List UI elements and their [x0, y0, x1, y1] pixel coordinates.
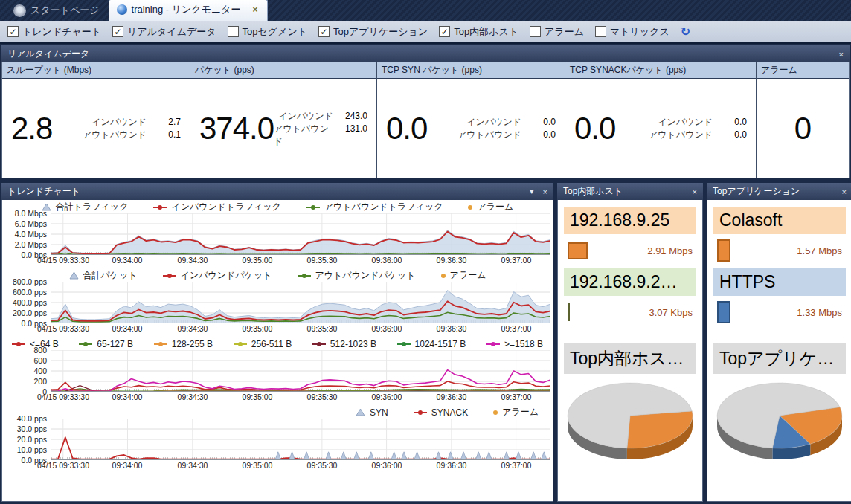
legend-label: 128-255 B — [172, 339, 213, 349]
rt-column-body: 374.0インバウンド243.0アウトバウンド131.0 — [190, 79, 376, 178]
rt-sub-value: 0.1 — [155, 129, 181, 141]
view-toggle-4[interactable]: ✓Top内部ホスト — [439, 25, 518, 39]
view-toggle-label: リアルタイムデータ — [127, 25, 216, 39]
y-axis-tick-label: 400 — [33, 366, 47, 375]
checkbox-icon[interactable]: ✓ — [7, 26, 19, 37]
rt-column-header: パケット (pps) — [190, 62, 376, 79]
legend-item: アラーム — [493, 406, 539, 419]
top-hosts-header: Top内部ホスト × — [557, 183, 703, 200]
view-toggle-6[interactable]: マトリックス — [595, 25, 669, 39]
x-axis-tick-label: 09:36:30 — [437, 324, 467, 333]
refresh-icon[interactable]: ↻ — [681, 25, 690, 39]
x-axis: 04/15 09:33:3009:34:0009:34:3009:35:0009… — [51, 323, 550, 335]
rt-column-0: スループット (Mbps)2.8インバウンド2.7アウトバウンド0.1 — [2, 62, 190, 178]
view-toggle-2[interactable]: Topセグメント — [228, 25, 307, 39]
app-name[interactable]: Colasoft — [713, 207, 846, 234]
host-name[interactable]: 192.168.9.2… — [564, 268, 696, 296]
chart-legend: 合計トラフィックインバウンドトラフィックアウトバウンドトラフィックアラーム — [4, 201, 550, 213]
x-axis-tick-label: 09:36:00 — [372, 461, 402, 470]
legend-label: アラーム — [477, 201, 513, 213]
apps-pie-title: Topアプリケ… — [713, 343, 846, 374]
y-axis-tick-label: 30.0 pps — [17, 424, 47, 433]
x-axis: 04/15 09:33:3009:34:0009:34:3009:35:0009… — [51, 255, 550, 266]
line-marker-icon — [79, 341, 92, 346]
line-marker-icon — [486, 341, 500, 346]
rt-big-value: 0.0 — [386, 111, 427, 146]
packets-plot-area — [51, 282, 550, 323]
host-name[interactable]: 192.168.9.25 — [564, 207, 696, 234]
y-axis-tick-label: 4.0 Mbps — [15, 230, 47, 239]
legend-label: 1024-1517 B — [415, 339, 466, 349]
y-axis: 8.0 Mbps6.0 Mbps4.0 Mbps2.0 Mbps0.0 bps — [4, 213, 51, 255]
triangle-marker-icon — [69, 271, 79, 280]
rt-column-body: 0 — [757, 79, 849, 178]
panel-title: トレンドチャート — [7, 185, 80, 198]
legend-item: 256-511 B — [234, 339, 292, 349]
rt-sub-values: インバウンド2.7アウトバウンド0.1 — [83, 116, 181, 141]
x-axis-tick-label: 09:34:00 — [112, 392, 143, 401]
legend-item: 65-127 B — [79, 339, 133, 349]
legend-item: 合計パケット — [69, 269, 138, 282]
collapse-icon[interactable]: ▾ — [530, 187, 534, 196]
host-color-swatch-icon — [568, 242, 588, 259]
close-icon[interactable]: × — [842, 187, 847, 196]
legend-item: 512-1023 B — [312, 339, 376, 349]
x-axis-tick-label: 09:35:00 — [243, 256, 273, 265]
view-toggle-5[interactable]: アラーム — [530, 25, 584, 39]
app-name[interactable]: HTTPS — [713, 268, 846, 296]
x-axis-tick-label: 09:34:30 — [178, 324, 208, 333]
rt-column-header: スループット (Mbps) — [2, 62, 190, 79]
checkbox-icon[interactable] — [530, 26, 541, 37]
chart-legend: <=64 B65-127 B128-255 B256-511 B512-1023… — [4, 337, 550, 350]
x-axis: 04/15 09:33:3009:34:0009:34:3009:35:0009… — [51, 392, 550, 403]
view-toggle-0[interactable]: ✓トレンドチャート — [7, 25, 101, 39]
rt-sub-label: アウトバウンド — [457, 129, 521, 141]
line-marker-icon — [306, 204, 320, 210]
y-axis-tick-label: 20.0 pps — [17, 435, 47, 444]
checkbox-icon[interactable] — [595, 26, 606, 37]
rt-column-body: 0.0インバウンド0.0アウトバウンド0.0 — [565, 79, 756, 178]
legend-label: インバウンドパケット — [181, 269, 272, 282]
panel-title: Topアプリケーション — [713, 185, 800, 198]
rt-big-value: 2.8 — [11, 111, 52, 146]
checkbox-icon[interactable]: ✓ — [112, 26, 123, 37]
legend-item: インバウンドパケット — [163, 269, 272, 282]
x-axis-tick-label: 04/15 09:33:30 — [37, 392, 89, 401]
y-axis-tick-label: 400.0 pps — [13, 298, 47, 307]
tab-start-page[interactable]: スタートページ — [6, 1, 109, 21]
line-marker-icon — [234, 341, 247, 346]
y-axis-tick-label: 200.0 pps — [13, 308, 47, 317]
chart-legend: 合計パケットインバウンドパケットアウトバウンドパケットアラーム — [4, 269, 550, 282]
y-axis-tick-label: 800.0 pps — [13, 277, 47, 286]
close-icon[interactable]: × — [543, 187, 547, 196]
bottom-row: トレンドチャート ▾ × 合計トラフィックインバウンドトラフィックアウトバウンド… — [1, 183, 850, 502]
legend-item: 1024-1517 B — [397, 339, 466, 349]
legend-label: 512-1023 B — [330, 339, 376, 349]
tab-training-link-monitor[interactable]: training - リンクモニター × — [109, 0, 268, 21]
tab-bar: スタートページ training - リンクモニター × — [0, 0, 851, 21]
checkbox-icon[interactable]: ✓ — [318, 26, 330, 37]
view-toggle-1[interactable]: ✓リアルタイムデータ — [112, 25, 216, 39]
traffic-plot-area — [51, 213, 550, 255]
legend-item: 128-255 B — [154, 339, 213, 349]
legend-label: アウトバウンドパケット — [315, 269, 416, 282]
tab-close-icon[interactable]: × — [253, 4, 258, 15]
legend-label: 合計パケット — [83, 269, 138, 282]
dot-marker-icon — [468, 205, 472, 210]
hosts-pie-title: Top内部ホス… — [564, 343, 696, 374]
x-axis-tick-label: 09:36:30 — [437, 256, 467, 265]
checkbox-icon[interactable] — [228, 26, 239, 37]
view-toggle-3[interactable]: ✓Topアプリケーション — [318, 25, 428, 39]
rt-sub-label: インバウンド — [278, 110, 333, 123]
checkbox-icon[interactable]: ✓ — [439, 26, 450, 37]
legend-item: 合計トラフィック — [42, 201, 129, 213]
legend-label: >=1518 B — [504, 339, 543, 349]
close-icon[interactable]: × — [839, 50, 844, 59]
close-icon[interactable]: × — [693, 187, 697, 196]
top-apps-body: Colasoft 1.57 Mbps HTTPS 1.33 Mbps Topアプ… — [707, 200, 851, 502]
rt-sub-values: インバウンド243.0アウトバウンド131.0 — [274, 110, 367, 148]
top-hosts-pie-chart — [564, 380, 696, 466]
y-axis: 40.0 pps30.0 pps20.0 pps10.0 pps0.0 pps — [4, 419, 51, 460]
rt-sub-label: アウトバウンド — [274, 123, 333, 148]
y-axis-tick-label: 6.0 Mbps — [15, 219, 47, 228]
